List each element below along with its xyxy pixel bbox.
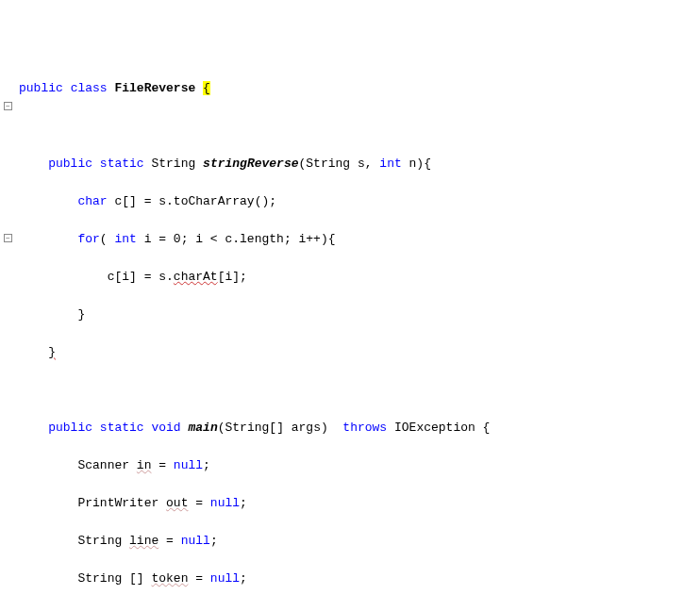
semi: ;	[240, 571, 247, 586]
keyword: null	[181, 534, 210, 548]
code-content[interactable]: public class FileReverse { public static…	[19, 60, 700, 611]
keyword: public	[48, 421, 92, 435]
params: (String s,	[299, 157, 380, 171]
semi: ;	[240, 496, 247, 510]
fold-marker-icon[interactable]: −	[4, 234, 12, 242]
code-text: c[i] = s.	[108, 270, 174, 284]
code-text: String []	[77, 571, 151, 586]
method-name: stringReverse	[203, 157, 298, 171]
folding-gutter: − −	[0, 60, 19, 611]
code-text: String	[77, 534, 129, 548]
close-brace-error: }	[48, 345, 56, 359]
keyword: int	[114, 232, 136, 246]
rest: n){	[402, 157, 431, 171]
keyword: null	[210, 571, 240, 586]
var-unused: line	[129, 534, 158, 548]
keyword: int	[379, 157, 401, 171]
error-underline: charAt	[174, 270, 218, 284]
var-unused: token	[151, 571, 188, 586]
code-text: PrintWriter	[77, 496, 166, 510]
code-text: =	[188, 496, 209, 510]
keyword: throws	[342, 421, 387, 435]
return-type: String	[151, 157, 195, 171]
var-unused: out	[166, 496, 188, 510]
code-text: ; i++){	[284, 232, 336, 246]
var-unused: in	[137, 458, 152, 472]
close-brace: }	[77, 307, 85, 322]
keyword: for	[77, 232, 99, 246]
keyword: null	[174, 458, 203, 472]
class-name: FileReverse	[114, 81, 195, 95]
keyword: public	[48, 157, 92, 171]
code-text: [i];	[218, 270, 247, 284]
keyword: class	[71, 81, 108, 95]
rest: IOException {	[387, 421, 490, 435]
field-ref: length	[240, 232, 284, 246]
keyword: void	[151, 421, 180, 435]
open-brace-highlighted: {	[203, 81, 210, 95]
code-text: =	[151, 458, 173, 472]
keyword: char	[77, 194, 107, 208]
code-text: (	[100, 232, 115, 246]
code-text: c[] = s.toCharArray();	[108, 194, 276, 208]
keyword: static	[100, 157, 144, 171]
semi: ;	[203, 458, 210, 472]
code-text: =	[158, 534, 180, 548]
params: (String[] args)	[218, 421, 336, 435]
code-text: Scanner	[77, 458, 136, 472]
code-text: =	[188, 571, 209, 586]
keyword: null	[210, 496, 240, 510]
code-text: i = 0; i < c.	[137, 232, 240, 246]
semi: ;	[210, 534, 218, 548]
keyword: static	[100, 421, 144, 435]
fold-marker-icon[interactable]: −	[4, 102, 12, 110]
method-name: main	[189, 421, 218, 435]
code-editor[interactable]: − − public class FileReverse { public st…	[0, 60, 700, 611]
